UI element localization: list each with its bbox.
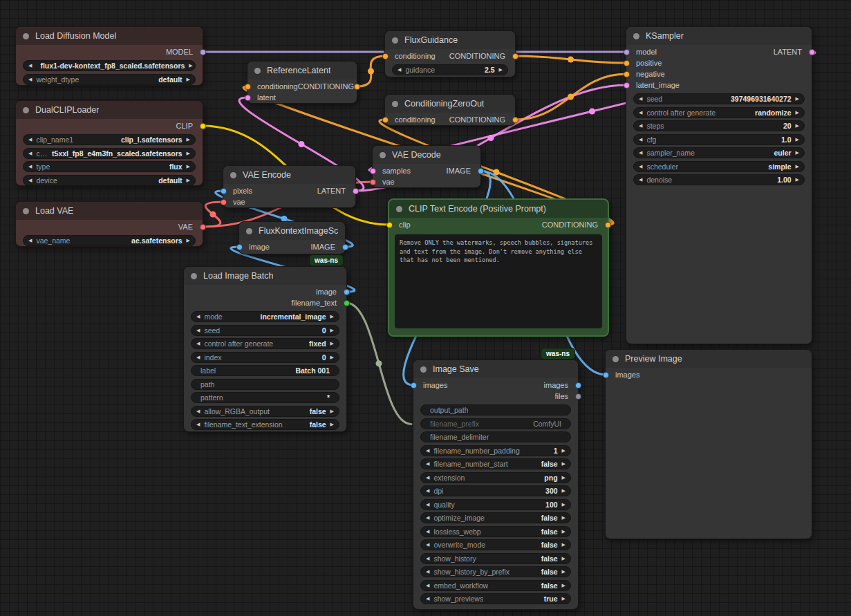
widget-show-history-by-prefix[interactable]: ◀show_history_by_prefixfalse▶ <box>420 566 571 577</box>
latent-output-port[interactable] <box>353 188 359 194</box>
increment-arrow-icon[interactable]: ▶ <box>796 174 799 185</box>
images-input-port[interactable] <box>411 382 417 389</box>
node-header[interactable]: VAE Encode <box>223 166 355 184</box>
image-output-port[interactable] <box>344 289 350 295</box>
prompt-textarea[interactable]: Remove ONLY the watermarks, speech bubbl… <box>395 234 602 328</box>
widget-cfg[interactable]: ◀cfg1.0▶ <box>633 134 805 145</box>
samples-input-port[interactable] <box>370 168 376 174</box>
decrement-arrow-icon[interactable]: ◀ <box>28 161 32 172</box>
increment-arrow-icon[interactable]: ▶ <box>562 553 565 564</box>
decrement-arrow-icon[interactable]: ◀ <box>28 235 32 246</box>
decrement-arrow-icon[interactable]: ◀ <box>426 566 429 577</box>
collapse-dot-icon[interactable] <box>254 68 261 74</box>
latent-input-port[interactable] <box>245 95 251 101</box>
node-cliptext[interactable]: CLIP Text Encode (Positive Prompt)Remove… <box>388 198 609 337</box>
increment-arrow-icon[interactable]: ▶ <box>796 107 799 118</box>
widget-clip-name1[interactable]: ◀clip_name1clip_l.safetensors▶ <box>23 134 196 145</box>
widget-filename-number-padding[interactable]: ◀filename_number_padding1▶ <box>420 445 571 456</box>
collapse-dot-icon[interactable] <box>246 228 252 234</box>
decrement-arrow-icon[interactable]: ◀ <box>28 60 32 71</box>
increment-arrow-icon[interactable]: ▶ <box>187 161 190 172</box>
widget-seed[interactable]: ◀seed397496931640272▶ <box>633 93 805 104</box>
decrement-arrow-icon[interactable]: ◀ <box>426 580 429 591</box>
decrement-arrow-icon[interactable]: ◀ <box>196 419 200 430</box>
widget-clip-n[interactable]: ◀clip_n ...t5xxl_fp8_e4m3fn_scaled.safet… <box>23 148 196 159</box>
decrement-arrow-icon[interactable]: ◀ <box>426 485 429 496</box>
widget-lossless-webp[interactable]: ◀lossless_webpfalse▶ <box>420 526 571 537</box>
widget-steps[interactable]: ◀steps20▶ <box>633 120 805 131</box>
increment-arrow-icon[interactable]: ▶ <box>330 406 334 417</box>
collapse-dot-icon[interactable] <box>230 172 236 178</box>
increment-arrow-icon[interactable]: ▶ <box>187 74 190 85</box>
node-header[interactable]: Load Image Batch <box>184 267 346 285</box>
increment-arrow-icon[interactable]: ▶ <box>796 147 799 158</box>
node-header[interactable]: CLIP Text Encode (Positive Prompt) <box>389 200 608 218</box>
latent-output-port[interactable] <box>809 49 815 55</box>
decrement-arrow-icon[interactable]: ◀ <box>196 311 200 322</box>
node-loaddiff[interactable]: Load Diffusion ModelMODEL◀un ...flux1-de… <box>15 26 203 86</box>
node-header[interactable]: Load Diffusion Model <box>16 27 203 45</box>
decrement-arrow-icon[interactable]: ◀ <box>28 74 32 85</box>
decrement-arrow-icon[interactable]: ◀ <box>426 472 429 483</box>
widget-show-previews[interactable]: ◀show_previewstrue▶ <box>420 593 571 604</box>
widget-dpi[interactable]: ◀dpi300▶ <box>420 485 571 496</box>
collapse-dot-icon[interactable] <box>392 37 398 44</box>
conditioning-output-port[interactable] <box>354 84 360 90</box>
decrement-arrow-icon[interactable]: ◀ <box>196 352 200 363</box>
increment-arrow-icon[interactable]: ▶ <box>330 325 334 336</box>
widget-seed[interactable]: ◀seed0▶ <box>191 325 339 336</box>
negative-input-port[interactable] <box>624 71 630 77</box>
node-imagesave[interactable]: was-nsImage Saveimagesimagesfilesoutput_… <box>413 360 579 610</box>
widget-index[interactable]: ◀index0▶ <box>191 352 339 363</box>
node-dualclip[interactable]: DualCLIPLoaderCLIP◀clip_name1clip_l.safe… <box>15 100 203 186</box>
widget-sampler-name[interactable]: ◀sampler_nameeuler▶ <box>633 147 805 158</box>
increment-arrow-icon[interactable]: ▶ <box>562 566 565 577</box>
node-header[interactable]: ReferenceLatent <box>247 62 357 80</box>
decrement-arrow-icon[interactable]: ◀ <box>426 553 429 564</box>
vae-input-port[interactable] <box>370 179 376 185</box>
model-input-port[interactable] <box>624 49 630 55</box>
widget-device[interactable]: ◀devicedefault▶ <box>23 175 196 186</box>
node-header[interactable]: FluxKontextImageScale <box>239 222 345 240</box>
increment-arrow-icon[interactable]: ▶ <box>562 445 565 456</box>
node-loadimagebatch[interactable]: was-nsLoad Image Batchimagefilename_text… <box>183 266 347 432</box>
increment-arrow-icon[interactable]: ▶ <box>330 311 334 322</box>
node-fluxscale[interactable]: FluxKontextImageScaleimageIMAGE <box>239 221 346 254</box>
increment-arrow-icon[interactable]: ▶ <box>562 512 565 523</box>
decrement-arrow-icon[interactable]: ◀ <box>639 120 642 131</box>
collapse-dot-icon[interactable] <box>380 152 386 158</box>
widget-optimize-image[interactable]: ◀optimize_imagefalse▶ <box>420 512 571 523</box>
collapse-dot-icon[interactable] <box>612 356 619 362</box>
increment-arrow-icon[interactable]: ▶ <box>562 580 565 591</box>
increment-arrow-icon[interactable]: ▶ <box>562 593 565 604</box>
widget-guidance[interactable]: ◀guidance2.5▶ <box>392 64 508 75</box>
decrement-arrow-icon[interactable]: ◀ <box>28 175 32 186</box>
collapse-dot-icon[interactable] <box>23 208 29 214</box>
widget-filename-text-extension[interactable]: ◀filename_text_extensionfalse▶ <box>191 419 339 430</box>
node-ksampler[interactable]: KSamplermodelLATENTpositivenegativelaten… <box>626 26 812 344</box>
increment-arrow-icon[interactable]: ▶ <box>330 338 334 349</box>
node-header[interactable]: KSampler <box>626 27 812 45</box>
widget-denoise[interactable]: ◀denoise1.00▶ <box>633 174 805 185</box>
increment-arrow-icon[interactable]: ▶ <box>189 60 192 71</box>
files-output-port[interactable] <box>575 393 581 400</box>
widget-type[interactable]: ◀typeflux▶ <box>23 161 196 172</box>
model-output-port[interactable] <box>200 49 206 55</box>
decrement-arrow-icon[interactable]: ◀ <box>639 174 642 185</box>
conditioning-output-port[interactable] <box>512 53 518 59</box>
clip-input-port[interactable] <box>386 222 393 228</box>
decrement-arrow-icon[interactable]: ◀ <box>639 134 642 145</box>
widget-scheduler[interactable]: ◀schedulersimple▶ <box>633 161 805 172</box>
widget-label[interactable]: labelBatch 001 <box>191 365 339 376</box>
node-header[interactable]: DualCLIPLoader <box>16 101 203 119</box>
node-fluxguidance[interactable]: FluxGuidanceconditioningCONDITIONING◀gui… <box>384 30 516 77</box>
images-output-port[interactable] <box>575 382 581 389</box>
images-input-port[interactable] <box>603 372 609 378</box>
increment-arrow-icon[interactable]: ▶ <box>187 134 190 145</box>
widget-overwrite-mode[interactable]: ◀overwrite_modefalse▶ <box>420 539 571 550</box>
widget-vae-name[interactable]: ◀vae_nameae.safetensors▶ <box>23 235 196 246</box>
decrement-arrow-icon[interactable]: ◀ <box>426 539 429 550</box>
conditioning-output-port[interactable] <box>605 222 611 228</box>
increment-arrow-icon[interactable]: ▶ <box>562 472 565 483</box>
conditioning-input-port[interactable] <box>245 84 251 90</box>
